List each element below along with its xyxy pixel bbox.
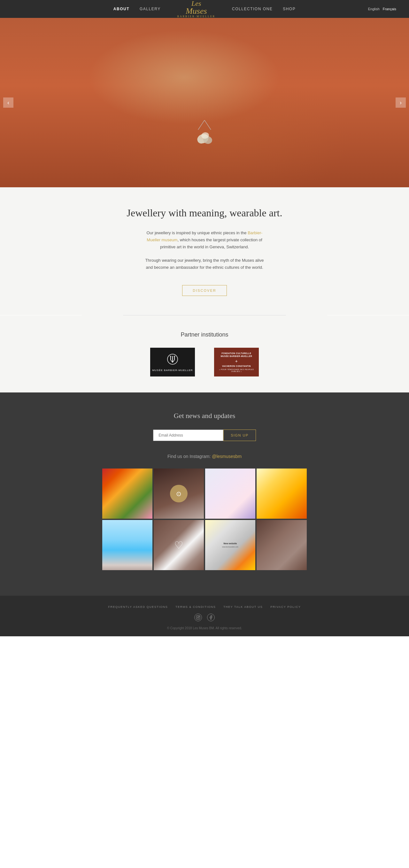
instagram-prefix: Find us on Instagram:	[167, 454, 212, 459]
newsletter-form: SIGN UP	[6, 430, 403, 441]
facebook-social-icon[interactable]	[207, 614, 215, 621]
about-paragraph-1: Our jewellery is inspired by unique ethn…	[144, 229, 265, 251]
partners-logos: musée barbier-mueller FONDATION CULTUREL…	[6, 348, 403, 376]
signup-button[interactable]: SIGN UP	[223, 430, 256, 441]
hero-necklace	[189, 120, 220, 149]
partner-brown-line3: +	[235, 359, 238, 364]
instagram-image-5[interactable]	[102, 520, 152, 570]
svg-line-0	[198, 120, 204, 130]
logo-line2: Muses	[186, 6, 207, 16]
nav-about[interactable]: ABOUT	[114, 7, 129, 11]
instagram-image-4[interactable]	[257, 468, 307, 519]
svg-point-14	[199, 616, 199, 617]
partner-brown-line4: VACHERON CONSTANTIN	[222, 365, 251, 367]
footer-copyright: © Copyright 2018 Les Muses BM. All right…	[6, 626, 403, 630]
footer-links: FREQUENTLY ASKED QUESTIONS TERMS & CONDI…	[6, 605, 403, 609]
nav-links: ABOUT GALLERY Les Muses BARBIER·MUELLER …	[114, 0, 295, 18]
nav-gallery[interactable]: GALLERY	[139, 7, 161, 11]
hero-next-button[interactable]: ›	[396, 97, 406, 108]
footer-privacy-link[interactable]: PRIVACY POLICY	[270, 605, 301, 609]
newsletter-heading: Get news and updates	[6, 412, 403, 420]
partners-section: Partner institutions musée barbier-muell…	[0, 315, 409, 393]
footer-faq-link[interactable]: FREQUENTLY ASKED QUESTIONS	[108, 605, 168, 609]
svg-point-13	[197, 617, 199, 618]
hero-person-image	[0, 18, 409, 187]
about-section: Jewellery with meaning, wearable art. Ou…	[0, 187, 409, 315]
partner-barbier-mueller-black[interactable]: musée barbier-mueller	[150, 348, 195, 376]
about-heading: Jewellery with meaning, wearable art.	[6, 207, 403, 220]
partner-barbier-mueller-brown[interactable]: FONDATION CULTURELLE MUSÉE BARBIER-MUELL…	[214, 348, 259, 376]
footer: FREQUENTLY ASKED QUESTIONS TERMS & CONDI…	[0, 596, 409, 636]
hero-section: ‹ ›	[0, 18, 409, 187]
footer-press-link[interactable]: THEY TALK ABOUT US	[223, 605, 263, 609]
svg-line-1	[204, 120, 211, 130]
lang-french[interactable]: Français	[383, 7, 396, 11]
instagram-image-8[interactable]	[257, 520, 307, 570]
partner-brown-line2: MUSÉE BARBIER-MUELLER	[221, 355, 252, 357]
instagram-promo: Find us on Instagram: @lesmusesbm	[6, 454, 403, 459]
partner-black-label: musée barbier-mueller	[152, 369, 193, 372]
instagram-grid: ⊙ ♡ New website www.lesmusesbm.com	[102, 468, 307, 570]
email-input[interactable]	[153, 430, 223, 441]
logo-sub: BARBIER·MUELLER	[177, 16, 215, 18]
nav-collection[interactable]: COLLECTION ONE	[232, 7, 273, 11]
language-switcher: English Français	[368, 7, 396, 11]
instagram-social-icon[interactable]	[194, 614, 202, 621]
instagram-image-6[interactable]: ♡	[154, 520, 204, 570]
partner-brown-line5: « Pour témoigner des peuples oubliés »	[217, 369, 256, 372]
svg-rect-12	[196, 616, 200, 619]
hero-prev-button[interactable]: ‹	[3, 97, 13, 108]
nav-logo[interactable]: Les Muses BARBIER·MUELLER	[177, 0, 215, 18]
instagram-image-3[interactable]	[205, 468, 255, 519]
footer-social	[6, 614, 403, 621]
partners-heading: Partner institutions	[6, 332, 403, 338]
instagram-image-2[interactable]: ⊙	[154, 468, 204, 519]
barbier-mueller-link[interactable]: Barbier-Mueller museum	[147, 230, 262, 242]
partner-brown-line1: FONDATION CULTURELLE	[222, 352, 251, 354]
trident-icon	[167, 353, 178, 365]
instagram-image-7[interactable]: New website www.lesmusesbm.com	[205, 520, 255, 570]
instagram-image-1[interactable]	[102, 468, 152, 519]
about-paragraph-2: Through wearing our jewellery, bring the…	[144, 257, 265, 271]
instagram-handle-link[interactable]: @lesmusesbm	[212, 454, 242, 459]
discover-button[interactable]: DISCOVER	[182, 285, 226, 296]
newsletter-section: Get news and updates SIGN UP Find us on …	[0, 393, 409, 596]
navbar: ABOUT GALLERY Les Muses BARBIER·MUELLER …	[0, 0, 409, 18]
nav-shop[interactable]: SHOP	[283, 7, 295, 11]
footer-terms-link[interactable]: TERMS & CONDITIONS	[176, 605, 216, 609]
lang-english[interactable]: English	[368, 7, 380, 11]
